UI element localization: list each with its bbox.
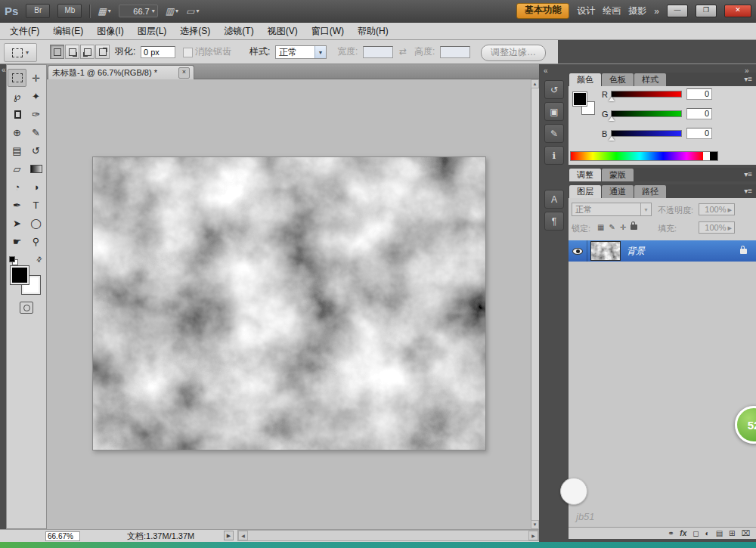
layer-list-empty-area[interactable] xyxy=(569,262,756,527)
new-group-button[interactable]: ▤ xyxy=(716,528,723,539)
restore-button[interactable]: ❐ xyxy=(696,5,717,17)
layer-row-background[interactable]: 背景 xyxy=(569,240,756,262)
panel-menu-icon[interactable]: ▾≡ xyxy=(744,187,752,195)
rectangular-marquee-tool[interactable] xyxy=(8,69,26,87)
menu-item-view[interactable]: 视图(V) xyxy=(261,23,305,39)
horizontal-scrollbar[interactable]: ◀ ▶ xyxy=(237,530,539,541)
height-input[interactable] xyxy=(440,46,470,58)
workspace-design-button[interactable]: 设计 xyxy=(577,5,595,17)
delete-layer-button[interactable]: ⌧ xyxy=(741,528,750,539)
workspace-photography-button[interactable]: 摄影 xyxy=(628,5,646,17)
blue-slider-track[interactable] xyxy=(611,130,682,137)
minimize-button[interactable]: — xyxy=(667,5,688,17)
arrange-documents-icon[interactable]: ▥▾ xyxy=(166,6,178,17)
brush-panel-icon[interactable]: ✎ xyxy=(544,124,564,143)
menu-item-image[interactable]: 图像(I) xyxy=(90,23,130,39)
tool-preset-picker[interactable]: ▾ xyxy=(4,43,37,62)
blue-value-input[interactable]: 0 xyxy=(686,128,712,139)
panel-menu-icon[interactable]: ▾≡ xyxy=(744,75,752,83)
layer-thumbnail[interactable] xyxy=(590,241,621,261)
layer-visibility-well[interactable] xyxy=(569,240,587,262)
blend-mode-select[interactable]: 正常 ▼ xyxy=(572,203,652,216)
expand-dock-icon[interactable]: « xyxy=(544,67,548,75)
history-panel-icon[interactable]: ↺ xyxy=(544,80,564,99)
chevron-down-icon[interactable]: ▼ xyxy=(314,46,326,58)
blur-tool[interactable]: ◔ xyxy=(8,178,26,196)
eraser-tool[interactable]: ▱ xyxy=(8,159,26,178)
pen-tool[interactable]: ✒ xyxy=(8,196,26,214)
quick-mask-button[interactable] xyxy=(20,302,33,314)
screen-mode-icon[interactable]: ▭▾ xyxy=(186,6,199,17)
dodge-tool[interactable]: ◑ xyxy=(26,178,45,196)
green-slider-track[interactable] xyxy=(611,110,682,117)
zoom-level-input[interactable]: 66.7▾ xyxy=(119,5,158,17)
brush-tool[interactable]: ✎ xyxy=(26,123,45,141)
menu-item-edit[interactable]: 编辑(E) xyxy=(46,23,90,39)
panel-menu-icon[interactable]: ▾≡ xyxy=(744,170,752,178)
lock-position-icon[interactable]: ✛ xyxy=(620,223,626,231)
menu-item-filter[interactable]: 滤镜(T) xyxy=(217,23,260,39)
crop-tool[interactable] xyxy=(8,105,26,123)
shape-tool[interactable]: ◯ xyxy=(26,214,45,232)
fill-input[interactable]: 100% ▸ xyxy=(699,221,735,234)
document-close-icon[interactable]: × xyxy=(178,67,190,79)
green-value-input[interactable]: 0 xyxy=(686,108,712,119)
red-slider-track[interactable] xyxy=(611,91,682,98)
bridge-button[interactable]: Br xyxy=(26,4,50,18)
tab-layers[interactable]: 图层 xyxy=(569,185,601,198)
vertical-scrollbar[interactable]: ▲ ▼ xyxy=(531,79,539,529)
clone-stamp-tool[interactable]: ▤ xyxy=(8,141,26,159)
add-layer-mask-button[interactable]: ◻ xyxy=(692,528,699,539)
new-adjustment-layer-button[interactable]: ◐ xyxy=(705,528,710,539)
flyout-right-icon[interactable]: ▸ xyxy=(727,205,732,215)
launcher-icon[interactable]: ▦▾ xyxy=(98,6,110,17)
zoom-tool[interactable]: ⚲ xyxy=(26,232,45,250)
lock-transparent-pixels-icon[interactable]: ▦ xyxy=(597,223,604,231)
status-flyout-button[interactable]: ▶ xyxy=(224,531,234,540)
move-tool[interactable]: ✛ xyxy=(26,69,45,87)
lock-image-pixels-icon[interactable]: ✎ xyxy=(609,223,615,231)
blue-slider-thumb[interactable] xyxy=(609,136,615,141)
info-panel-icon[interactable]: ℹ xyxy=(544,146,564,165)
new-selection-mode-button[interactable] xyxy=(50,45,64,59)
magic-wand-tool[interactable]: ✦ xyxy=(26,87,45,105)
color-spectrum-ramp[interactable] xyxy=(570,151,718,161)
swap-colors-icon[interactable]: ⇄ xyxy=(35,255,44,264)
path-selection-tool[interactable]: ➤ xyxy=(8,214,26,232)
menu-item-file[interactable]: 文件(F) xyxy=(3,23,46,39)
clone-source-panel-icon[interactable]: ▣ xyxy=(544,102,564,121)
gradient-tool[interactable] xyxy=(26,159,45,178)
width-input[interactable] xyxy=(363,46,393,58)
menu-item-window[interactable]: 窗口(W) xyxy=(305,23,351,39)
red-slider-thumb[interactable] xyxy=(609,97,615,101)
menu-item-select[interactable]: 选择(S) xyxy=(173,23,217,39)
document-tab[interactable]: 未标题-1 @ 66.7%(RGB/8) * × xyxy=(48,65,194,79)
tab-paths[interactable]: 路径 xyxy=(634,185,666,198)
character-panel-icon[interactable]: A xyxy=(544,190,564,209)
tab-masks[interactable]: 蒙版 xyxy=(602,169,634,181)
workspace-essentials-button[interactable]: 基本功能 xyxy=(516,3,569,19)
scroll-left-icon[interactable]: ◀ xyxy=(238,531,248,540)
scroll-right-icon[interactable]: ▶ xyxy=(528,531,538,540)
subtract-from-selection-mode-button[interactable] xyxy=(80,45,94,59)
paragraph-panel-icon[interactable]: ¶ xyxy=(544,212,564,231)
lasso-tool[interactable]: ℘ xyxy=(8,87,26,105)
tab-color[interactable]: 颜色 xyxy=(569,73,601,86)
foreground-color-swatch[interactable] xyxy=(11,266,29,284)
scroll-down-icon[interactable]: ▼ xyxy=(531,520,539,529)
green-slider-thumb[interactable] xyxy=(609,116,615,121)
workspace-painting-button[interactable]: 绘画 xyxy=(603,5,621,17)
menu-item-layer[interactable]: 图层(L) xyxy=(131,23,174,39)
tab-channels[interactable]: 通道 xyxy=(602,185,634,198)
layer-style-button[interactable]: fx xyxy=(680,528,686,539)
opacity-input[interactable]: 100% ▸ xyxy=(699,203,735,215)
lock-all-icon[interactable] xyxy=(631,224,637,230)
tab-swatches[interactable]: 色板 xyxy=(602,73,634,86)
red-value-input[interactable]: 0 xyxy=(686,88,712,100)
history-brush-tool[interactable]: ↺ xyxy=(26,141,45,159)
swap-dimensions-icon[interactable]: ⇄ xyxy=(399,46,407,57)
link-layers-button[interactable]: ⚭ xyxy=(668,528,674,539)
intersect-selection-mode-button[interactable] xyxy=(95,45,110,59)
add-to-selection-mode-button[interactable] xyxy=(65,45,79,59)
tab-styles[interactable]: 样式 xyxy=(634,73,666,86)
